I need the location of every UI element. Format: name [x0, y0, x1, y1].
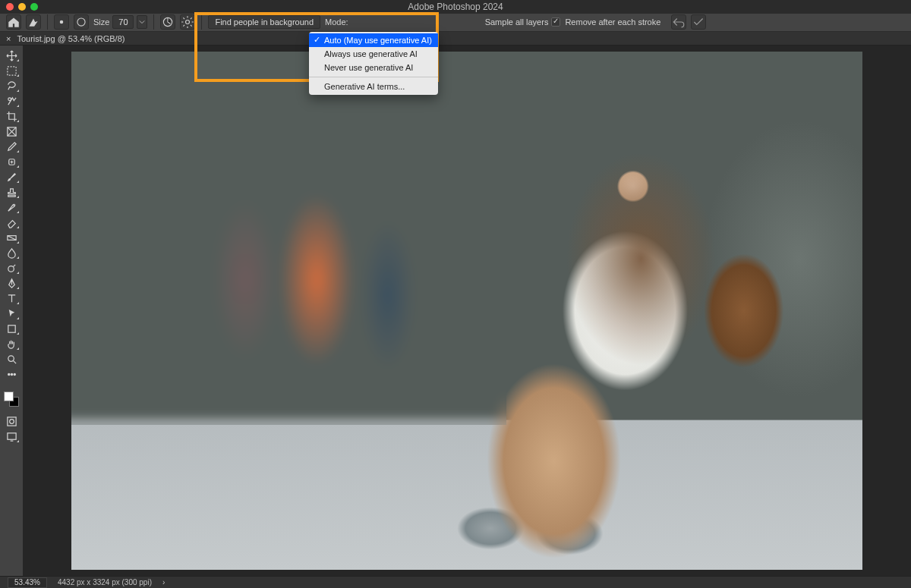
remove-after-stroke-option[interactable]: Remove after each stroke [565, 17, 660, 27]
svg-rect-15 [7, 417, 15, 425]
window-minimize-button[interactable] [18, 3, 26, 11]
mode-option-always[interactable]: Always use generative AI [309, 47, 438, 61]
document-canvas[interactable] [71, 52, 862, 570]
tool-zoom[interactable] [3, 352, 20, 366]
undo-button[interactable] [671, 14, 686, 30]
foreground-color-swatch[interactable] [4, 391, 14, 401]
tool-more[interactable] [3, 367, 20, 381]
svg-rect-17 [7, 432, 15, 439]
tool-shape[interactable] [3, 322, 20, 335]
sample-all-layers-label: Sample all layers [485, 17, 549, 27]
svg-point-5 [8, 97, 11, 100]
svg-point-1 [77, 18, 85, 26]
home-button[interactable] [6, 14, 21, 30]
mode-dropdown: Auto (May use generative AI) Always use … [309, 32, 438, 95]
tool-frame[interactable] [3, 124, 20, 138]
app-title: Adobe Photoshop 2024 [408, 2, 503, 12]
tool-crop[interactable] [3, 109, 20, 123]
zoom-input[interactable] [8, 577, 47, 588]
tool-marquee[interactable] [3, 64, 20, 77]
tool-panel [0, 46, 23, 576]
svg-point-3 [186, 20, 190, 24]
pressure-button[interactable] [160, 14, 175, 30]
window-maximize-button[interactable] [30, 3, 38, 11]
tool-eyedropper[interactable] [3, 140, 20, 153]
tool-blur[interactable] [3, 246, 20, 259]
window-close-button[interactable] [6, 3, 14, 11]
options-bar: Size Find people in background Mode: Sam… [0, 14, 911, 33]
svg-point-14 [14, 373, 15, 375]
svg-rect-10 [8, 325, 14, 332]
svg-point-12 [8, 373, 9, 375]
tool-history-brush[interactable] [3, 200, 20, 214]
sample-all-layers-checkbox[interactable] [551, 17, 560, 27]
tool-pen[interactable] [3, 276, 20, 290]
svg-point-0 [60, 20, 64, 24]
tool-icon-button[interactable] [26, 14, 41, 30]
doc-info: 4432 px x 3324 px (300 ppi) [58, 578, 152, 586]
size-input[interactable] [112, 15, 134, 29]
commit-button[interactable] [691, 14, 706, 30]
tool-move[interactable] [3, 49, 20, 62]
svg-point-9 [8, 266, 14, 272]
tool-screen-mode[interactable] [3, 429, 20, 443]
tool-brush[interactable] [3, 170, 20, 184]
size-control: Size [93, 15, 147, 29]
tool-eraser[interactable] [3, 215, 20, 229]
mode-option-auto[interactable]: Auto (May use generative AI) [309, 33, 438, 47]
brush-dot-button[interactable] [54, 14, 69, 30]
tool-gradient[interactable] [3, 231, 20, 244]
sample-all-layers-option[interactable]: Sample all layers [485, 17, 561, 27]
status-chevron-icon[interactable]: › [162, 578, 165, 586]
photo-bg-blur [71, 52, 506, 425]
color-swatches[interactable] [4, 391, 19, 407]
size-label: Size [93, 17, 109, 27]
document-tab[interactable]: Tourist.jpg @ 53.4% (RGB/8) [17, 34, 125, 43]
tool-stamp[interactable] [3, 185, 20, 199]
status-bar: 4432 px x 3324 px (300 ppi) › [0, 576, 911, 588]
size-dropdown-toggle[interactable] [137, 15, 147, 29]
tool-dodge[interactable] [3, 261, 20, 275]
remove-after-label: Remove after each stroke [565, 17, 660, 27]
tool-path-select[interactable] [3, 307, 20, 320]
tool-quickmask[interactable] [3, 414, 20, 428]
settings-button[interactable] [180, 14, 195, 30]
brush-options-button[interactable] [74, 14, 89, 30]
svg-rect-4 [7, 66, 15, 74]
svg-point-16 [9, 419, 14, 423]
document-tabs: × Tourist.jpg @ 53.4% (RGB/8) [0, 32, 911, 46]
mode-label: Mode: [325, 17, 348, 27]
titlebar: Adobe Photoshop 2024 [0, 0, 911, 14]
svg-point-11 [8, 355, 14, 361]
canvas-area [23, 46, 911, 576]
tool-lasso[interactable] [3, 79, 20, 93]
tool-hand[interactable] [3, 337, 20, 351]
tool-quick-select[interactable] [3, 94, 20, 108]
find-people-button[interactable]: Find people in background [208, 15, 320, 29]
tool-healing[interactable] [3, 155, 20, 168]
mode-option-never[interactable]: Never use generative AI [309, 61, 438, 74]
svg-point-13 [11, 373, 12, 375]
tool-text[interactable] [3, 291, 20, 305]
mode-option-terms[interactable]: Generative AI terms... [309, 80, 438, 93]
close-tab-icon[interactable]: × [0, 34, 17, 43]
